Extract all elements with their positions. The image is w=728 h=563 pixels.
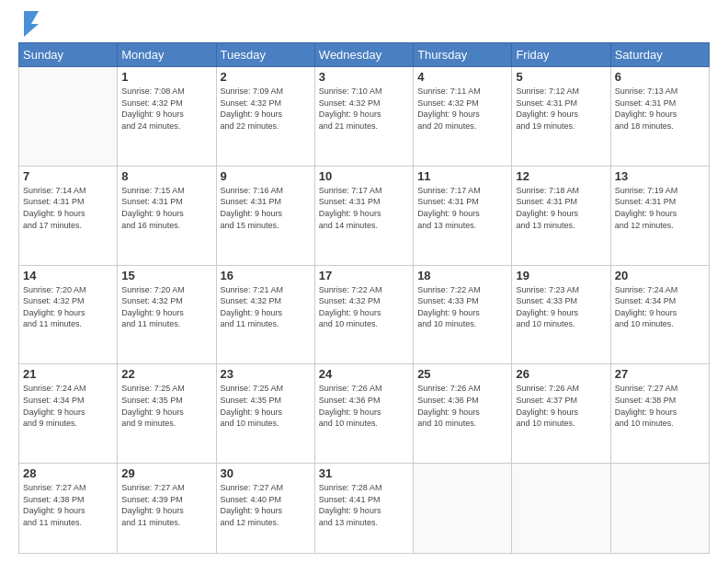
sunrise-text: Sunrise: 7:20 AM [23, 284, 113, 296]
daylight-text: Daylight: 9 hours [417, 208, 507, 220]
daylight-text-2: and 19 minutes. [516, 121, 606, 132]
svg-marker-0 [24, 11, 39, 37]
day-number: 21 [23, 367, 113, 381]
daylight-text: Daylight: 9 hours [221, 208, 311, 220]
day-number: 12 [516, 169, 606, 183]
calendar-day-cell: 12Sunrise: 7:18 AMSunset: 4:31 PMDayligh… [512, 166, 610, 265]
day-info: Sunrise: 7:17 AMSunset: 4:31 PMDaylight:… [417, 185, 507, 231]
sunset-text: Sunset: 4:36 PM [319, 395, 409, 407]
day-number: 25 [417, 367, 507, 381]
day-number: 1 [121, 70, 211, 84]
daylight-text-2: and 20 minutes. [417, 121, 507, 132]
day-info: Sunrise: 7:17 AMSunset: 4:31 PMDaylight:… [319, 185, 409, 231]
daylight-text-2: and 11 minutes. [23, 318, 113, 330]
sunrise-text: Sunrise: 7:22 AM [417, 284, 507, 296]
logo-area [18, 15, 40, 33]
sunset-text: Sunset: 4:37 PM [516, 395, 606, 407]
daylight-text: Daylight: 9 hours [615, 407, 705, 419]
day-number: 27 [615, 367, 705, 381]
calendar-day-cell: 25Sunrise: 7:26 AMSunset: 4:36 PMDayligh… [414, 364, 512, 464]
sunset-text: Sunset: 4:32 PM [23, 295, 113, 307]
day-info: Sunrise: 7:12 AMSunset: 4:31 PMDaylight:… [516, 86, 606, 132]
daylight-text: Daylight: 9 hours [221, 307, 311, 319]
sunset-text: Sunset: 4:33 PM [516, 295, 606, 307]
day-number: 3 [319, 70, 409, 84]
sunset-text: Sunset: 4:32 PM [319, 98, 409, 109]
daylight-text-2: and 10 minutes. [516, 418, 606, 430]
day-header-tuesday: Tuesday [216, 43, 314, 67]
calendar-day-cell: 26Sunrise: 7:26 AMSunset: 4:37 PMDayligh… [512, 364, 610, 464]
sunrise-text: Sunrise: 7:21 AM [221, 284, 311, 296]
sunrise-text: Sunrise: 7:26 AM [417, 383, 507, 395]
day-info: Sunrise: 7:24 AMSunset: 4:34 PMDaylight:… [615, 284, 705, 330]
sunrise-text: Sunrise: 7:25 AM [221, 383, 311, 395]
sunrise-text: Sunrise: 7:27 AM [221, 482, 311, 494]
daylight-text-2: and 17 minutes. [23, 220, 113, 232]
calendar-day-cell: 15Sunrise: 7:20 AMSunset: 4:32 PMDayligh… [118, 265, 216, 364]
day-number: 18 [417, 269, 507, 282]
sunrise-text: Sunrise: 7:16 AM [221, 185, 311, 197]
daylight-text-2: and 10 minutes. [417, 318, 507, 330]
calendar-table: SundayMondayTuesdayWednesdayThursdayFrid… [18, 42, 710, 554]
daylight-text: Daylight: 9 hours [121, 109, 211, 121]
day-info: Sunrise: 7:18 AMSunset: 4:31 PMDaylight:… [516, 185, 606, 231]
day-number: 29 [121, 466, 211, 480]
sunset-text: Sunset: 4:31 PM [319, 196, 409, 208]
day-number: 4 [417, 70, 507, 84]
daylight-text: Daylight: 9 hours [516, 307, 606, 319]
daylight-text: Daylight: 9 hours [23, 307, 113, 319]
daylight-text-2: and 21 minutes. [319, 121, 409, 132]
daylight-text: Daylight: 9 hours [615, 307, 705, 319]
sunrise-text: Sunrise: 7:15 AM [121, 185, 211, 197]
sunrise-text: Sunrise: 7:08 AM [121, 86, 211, 98]
day-header-sunday: Sunday [19, 43, 118, 67]
day-info: Sunrise: 7:11 AMSunset: 4:32 PMDaylight:… [417, 86, 507, 132]
logo-icon [22, 11, 40, 37]
daylight-text-2: and 9 minutes. [23, 418, 113, 430]
sunset-text: Sunset: 4:38 PM [23, 494, 113, 506]
calendar-day-cell: 21Sunrise: 7:24 AMSunset: 4:34 PMDayligh… [19, 364, 118, 464]
day-info: Sunrise: 7:22 AMSunset: 4:32 PMDaylight:… [319, 284, 409, 330]
daylight-text: Daylight: 9 hours [23, 208, 113, 220]
sunset-text: Sunset: 4:31 PM [121, 196, 211, 208]
day-info: Sunrise: 7:19 AMSunset: 4:31 PMDaylight:… [615, 185, 705, 231]
sunset-text: Sunset: 4:38 PM [615, 395, 705, 407]
daylight-text-2: and 15 minutes. [221, 220, 311, 232]
daylight-text: Daylight: 9 hours [615, 208, 705, 220]
daylight-text: Daylight: 9 hours [417, 109, 507, 121]
day-info: Sunrise: 7:16 AMSunset: 4:31 PMDaylight:… [221, 185, 311, 231]
calendar-day-cell: 11Sunrise: 7:17 AMSunset: 4:31 PMDayligh… [414, 166, 512, 265]
daylight-text-2: and 14 minutes. [319, 220, 409, 232]
calendar-day-cell: 24Sunrise: 7:26 AMSunset: 4:36 PMDayligh… [314, 364, 413, 464]
calendar-day-cell: 20Sunrise: 7:24 AMSunset: 4:34 PMDayligh… [610, 265, 709, 364]
day-number: 14 [23, 269, 113, 282]
day-info: Sunrise: 7:21 AMSunset: 4:32 PMDaylight:… [221, 284, 311, 330]
daylight-text: Daylight: 9 hours [516, 407, 606, 419]
calendar-week-row: 1Sunrise: 7:08 AMSunset: 4:32 PMDaylight… [19, 67, 710, 167]
day-info: Sunrise: 7:15 AMSunset: 4:31 PMDaylight:… [121, 185, 211, 231]
sunset-text: Sunset: 4:32 PM [121, 98, 211, 109]
day-number: 13 [615, 169, 705, 183]
daylight-text: Daylight: 9 hours [121, 505, 211, 517]
daylight-text: Daylight: 9 hours [221, 109, 311, 121]
daylight-text: Daylight: 9 hours [121, 208, 211, 220]
daylight-text: Daylight: 9 hours [516, 208, 606, 220]
day-number: 6 [615, 70, 705, 84]
daylight-text: Daylight: 9 hours [121, 407, 211, 419]
daylight-text-2: and 10 minutes. [319, 318, 409, 330]
calendar-day-cell: 22Sunrise: 7:25 AMSunset: 4:35 PMDayligh… [118, 364, 216, 464]
sunrise-text: Sunrise: 7:09 AM [221, 86, 311, 98]
sunrise-text: Sunrise: 7:27 AM [121, 482, 211, 494]
daylight-text: Daylight: 9 hours [319, 307, 409, 319]
calendar-day-cell: 23Sunrise: 7:25 AMSunset: 4:35 PMDayligh… [216, 364, 314, 464]
calendar-day-cell: 10Sunrise: 7:17 AMSunset: 4:31 PMDayligh… [314, 166, 413, 265]
daylight-text: Daylight: 9 hours [221, 505, 311, 517]
sunrise-text: Sunrise: 7:26 AM [516, 383, 606, 395]
day-info: Sunrise: 7:23 AMSunset: 4:33 PMDaylight:… [516, 284, 606, 330]
sunset-text: Sunset: 4:32 PM [221, 98, 311, 109]
day-info: Sunrise: 7:20 AMSunset: 4:32 PMDaylight:… [23, 284, 113, 330]
sunrise-text: Sunrise: 7:12 AM [516, 86, 606, 98]
sunset-text: Sunset: 4:32 PM [221, 295, 311, 307]
sunset-text: Sunset: 4:31 PM [516, 196, 606, 208]
calendar-week-row: 14Sunrise: 7:20 AMSunset: 4:32 PMDayligh… [19, 265, 710, 364]
